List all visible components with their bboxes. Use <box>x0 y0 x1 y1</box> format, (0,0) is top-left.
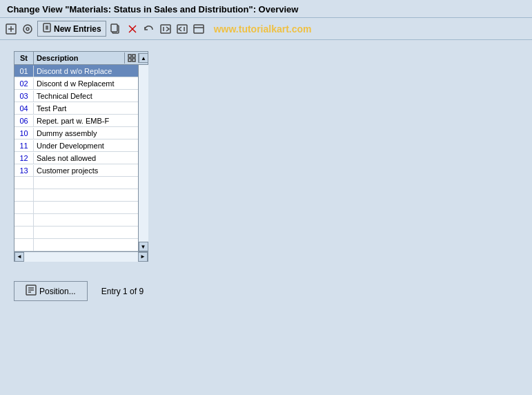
scroll-down-button[interactable]: ▼ <box>139 242 148 251</box>
row-st-cell: 13 <box>14 165 34 176</box>
column-tool-icon[interactable] <box>124 52 138 64</box>
delete-icon[interactable] <box>126 22 139 36</box>
row-desc-cell: Technical Defect <box>34 90 138 102</box>
svg-point-4 <box>26 28 29 30</box>
table-row[interactable]: 12Sales not allowed <box>14 152 138 164</box>
column-header-description: Description <box>34 52 124 64</box>
row-st-cell: 03 <box>14 90 34 102</box>
entry-info: Entry 1 of 9 <box>101 287 144 296</box>
scroll-left-button[interactable]: ◄ <box>14 252 24 262</box>
empty-row-st <box>14 202 34 213</box>
copy-icon[interactable] <box>109 22 123 36</box>
row-st-cell: 10 <box>14 128 34 139</box>
new-entries-button[interactable]: New Entries <box>37 21 106 37</box>
new-entries-label: New Entries <box>54 24 101 34</box>
table-row[interactable]: 10Dummy assembly <box>14 127 138 139</box>
table-body: 01Discont d w/o Replace02Discont d w Rep… <box>14 65 148 251</box>
empty-row <box>14 239 138 251</box>
column-header-st: St <box>14 52 34 64</box>
empty-row-st <box>14 239 34 251</box>
empty-row <box>14 227 138 239</box>
title-bar: Change View "Materials: Status in Sales … <box>0 0 532 18</box>
table-row[interactable]: 06Repet. part w. EMB-F <box>14 115 138 127</box>
svg-rect-22 <box>132 59 135 61</box>
row-desc-cell: Sales not allowed <box>34 153 138 164</box>
scroll-up-button[interactable]: ▲ <box>139 53 148 63</box>
settings-icon[interactable] <box>192 22 206 36</box>
edit-icon[interactable] <box>4 22 18 36</box>
page-icon <box>42 23 52 35</box>
row-desc-cell: Under Development <box>34 140 138 151</box>
table-row[interactable]: 03Technical Defect <box>14 90 138 102</box>
svg-rect-10 <box>111 24 117 32</box>
table-rows-container: 01Discont d w/o Replace02Discont d w Rep… <box>14 65 138 251</box>
row-st-cell: 01 <box>14 66 34 77</box>
row-desc-cell: Test Part <box>34 103 138 114</box>
horizontal-scrollbar[interactable]: ◄ ► <box>14 251 148 261</box>
table-header: St Description ▲ <box>14 52 148 65</box>
nav-next-icon[interactable] <box>175 22 189 36</box>
scroll-track <box>24 252 138 262</box>
table-row[interactable]: 13Customer projects <box>14 164 138 177</box>
table-row[interactable]: 02Discont d w Replacemt <box>14 77 138 90</box>
svg-rect-19 <box>128 55 131 57</box>
position-button[interactable]: Position... <box>14 281 88 301</box>
empty-row <box>14 214 138 227</box>
display-icon[interactable] <box>21 22 35 36</box>
svg-rect-17 <box>194 25 204 33</box>
data-table: St Description ▲ 01Discont d w/o Replace… <box>14 51 148 262</box>
empty-row-st <box>14 214 34 226</box>
empty-row <box>14 189 138 202</box>
row-st-cell: 06 <box>14 115 34 126</box>
footer: Position... Entry 1 of 9 <box>0 273 532 309</box>
watermark: www.tutorialkart.com <box>214 23 312 35</box>
empty-row-st <box>14 177 34 189</box>
table-row[interactable]: 01Discont d w/o Replace <box>14 65 138 77</box>
empty-row <box>14 177 138 189</box>
nav-prev-icon[interactable] <box>159 22 173 36</box>
vertical-scrollbar[interactable]: ▼ <box>138 65 148 251</box>
toolbar: New Entries <box>0 18 532 40</box>
row-st-cell: 11 <box>14 140 34 151</box>
position-icon <box>26 285 37 298</box>
empty-row-st <box>14 189 34 201</box>
row-st-cell: 02 <box>14 78 34 89</box>
row-desc-cell: Repet. part w. EMB-F <box>34 115 138 126</box>
undo-icon[interactable] <box>142 22 156 36</box>
svg-point-3 <box>23 25 32 33</box>
row-desc-cell: Discont d w/o Replace <box>34 66 138 77</box>
row-desc-cell: Customer projects <box>34 165 138 176</box>
table-row[interactable]: 11Under Development <box>14 139 138 152</box>
empty-row-st <box>14 227 34 238</box>
position-label: Position... <box>39 287 76 296</box>
table-row[interactable]: 04Test Part <box>14 102 138 115</box>
empty-row <box>14 202 138 214</box>
row-desc-cell: Dummy assembly <box>34 128 138 139</box>
scroll-right-button[interactable]: ► <box>138 252 148 262</box>
main-content: St Description ▲ 01Discont d w/o Replace… <box>0 40 532 273</box>
page-title: Change View "Materials: Status in Sales … <box>7 4 525 15</box>
svg-rect-20 <box>132 55 135 57</box>
svg-rect-21 <box>128 59 131 61</box>
row-st-cell: 04 <box>14 103 34 114</box>
row-desc-cell: Discont d w Replacemt <box>34 78 138 89</box>
row-st-cell: 12 <box>14 153 34 164</box>
